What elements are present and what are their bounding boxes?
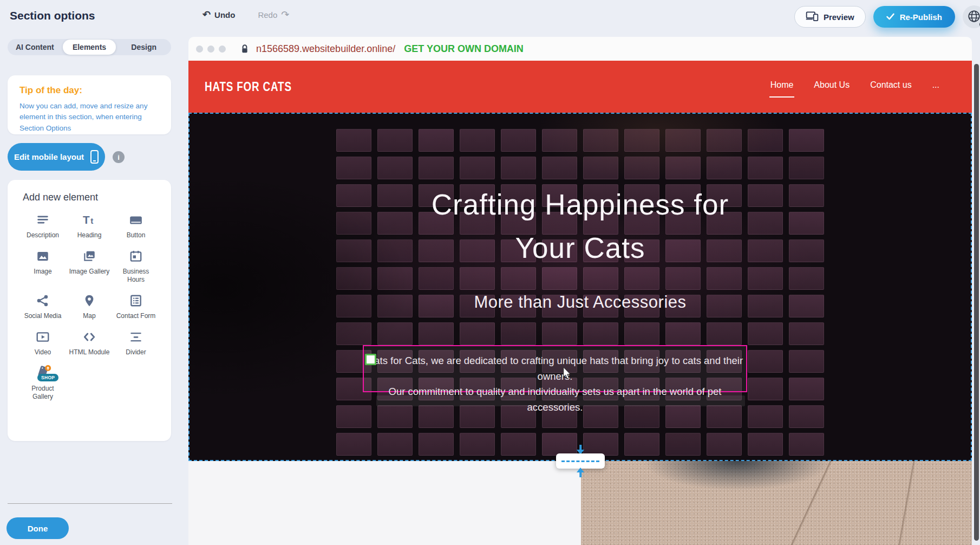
hero-tile	[707, 322, 742, 345]
hero-tile	[789, 267, 824, 290]
element-contact-form[interactable]: Contact Form	[113, 293, 159, 320]
globe-icon	[967, 9, 980, 25]
nav-item-[interactable]: ...	[931, 79, 940, 94]
hero-tile	[624, 267, 659, 290]
add-new-element-title: Add new element	[23, 192, 159, 203]
hero-tile	[419, 433, 454, 456]
social-media-icon	[36, 293, 50, 309]
element-image[interactable]: Image	[19, 248, 66, 284]
element-heading[interactable]: TtHeading	[66, 212, 113, 239]
element-product-gallery[interactable]: SHOPProduct Gallery	[19, 365, 66, 401]
hero-tile	[501, 433, 536, 456]
svg-text:t: t	[90, 216, 93, 225]
business-hours-icon	[129, 248, 143, 264]
element-map[interactable]: Map	[66, 293, 113, 320]
element-button[interactable]: Button	[113, 212, 159, 239]
next-section-blank	[188, 461, 581, 545]
hero-tile	[460, 129, 495, 152]
hero-tile	[707, 157, 742, 179]
hero-tile	[377, 267, 413, 290]
button-icon	[129, 212, 143, 228]
hero-tile	[460, 433, 495, 456]
hero-tile	[789, 350, 824, 373]
sidebar-divider	[8, 503, 172, 504]
element-label: Description	[27, 231, 59, 239]
hero-tile	[336, 157, 371, 179]
hero-tile	[336, 267, 371, 290]
shop-badge: SHOP	[37, 374, 58, 381]
site-canvas: n1566589.websitebuilder.online/ GET YOUR…	[188, 37, 972, 545]
redo-icon: ↷	[281, 10, 289, 20]
element-label: HTML Module	[69, 348, 110, 356]
hero-tile	[789, 433, 824, 456]
element-video[interactable]: Video	[19, 329, 66, 356]
redo-button[interactable]: Redo ↷	[256, 8, 291, 22]
hero-tile	[377, 322, 413, 345]
hero-tile	[789, 322, 824, 345]
element-drag-handle[interactable]	[365, 354, 376, 365]
tip-title: Tip of the day:	[19, 85, 159, 96]
hero-tile	[501, 322, 536, 345]
element-label: Product Gallery	[22, 385, 64, 401]
devices-icon	[806, 11, 819, 23]
section-options-sidebar: AI ContentElementsDesign Tip of the day:…	[0, 33, 177, 545]
language-globe-button[interactable]	[963, 5, 980, 28]
hero-heading[interactable]: Crafting Happiness for Your Cats	[190, 183, 971, 270]
browser-dots	[196, 46, 226, 53]
tab-elements[interactable]: Elements	[63, 40, 116, 55]
element-label: Image Gallery	[69, 268, 110, 276]
element-label: Heading	[77, 231, 102, 239]
done-button[interactable]: Done	[6, 517, 69, 539]
section-resize-handle[interactable]	[556, 445, 605, 477]
hero-tile	[789, 157, 824, 179]
description-icon	[36, 212, 50, 228]
element-label: Map	[83, 312, 95, 320]
hero-subheading[interactable]: More than Just Accessories	[190, 293, 971, 312]
nav-item-home[interactable]: Home	[769, 79, 795, 94]
hero-tile	[419, 129, 454, 152]
nav-item-contact-us[interactable]: Contact us	[869, 79, 912, 94]
sidebar-tabs: AI ContentElementsDesign	[8, 39, 171, 55]
image-icon	[36, 248, 50, 264]
mobile-phone-icon	[90, 150, 99, 164]
hero-tile	[336, 433, 371, 456]
hero-description: Hats for Cats, we are dedicated to craft…	[364, 346, 746, 416]
hero-tile	[460, 267, 495, 290]
add-new-element-card: Add new element DescriptionTtHeadingButt…	[8, 180, 171, 441]
element-image-gallery[interactable]: Image Gallery	[66, 248, 113, 284]
hero-tile	[542, 267, 577, 290]
preview-button[interactable]: Preview	[794, 6, 866, 28]
hero-tile	[501, 267, 536, 290]
element-divider[interactable]: Divider	[113, 329, 159, 356]
element-social-media[interactable]: Social Media	[19, 293, 66, 320]
tab-ai-content[interactable]: AI Content	[8, 40, 62, 55]
info-icon[interactable]: i	[113, 151, 125, 163]
hero-tile	[624, 322, 659, 345]
panel-title: Section options	[10, 9, 95, 22]
get-your-own-domain-link[interactable]: GET YOUR OWN DOMAIN	[404, 43, 524, 55]
nav-item-about-us[interactable]: About Us	[813, 79, 851, 94]
hero-tile	[583, 129, 618, 152]
hero-tile	[707, 267, 742, 290]
hero-tile	[665, 267, 701, 290]
hero-tile	[665, 129, 701, 152]
edit-mobile-layout-button[interactable]: Edit mobile layout	[8, 143, 105, 171]
html-module-icon	[82, 329, 96, 345]
site-url[interactable]: n1566589.websitebuilder.online/	[256, 43, 395, 55]
hero-tile	[501, 129, 536, 152]
next-section-image	[581, 461, 972, 545]
republish-button[interactable]: Re-Publish	[873, 6, 955, 28]
element-business-hours[interactable]: Business Hours	[113, 248, 159, 284]
hero-section-selected[interactable]: Crafting Happiness for Your Cats More th…	[188, 113, 972, 461]
tab-design[interactable]: Design	[117, 40, 171, 55]
tip-body: Now you can add, move and resize any ele…	[19, 101, 159, 134]
page-scrollbar[interactable]	[974, 64, 979, 541]
hero-tile	[707, 433, 742, 456]
element-html-module[interactable]: HTML Module	[66, 329, 113, 356]
hero-tile	[748, 129, 783, 152]
undo-button[interactable]: ↶ Undo	[200, 8, 237, 22]
hero-tile	[419, 157, 454, 179]
element-description[interactable]: Description	[19, 212, 66, 239]
browser-address-bar: n1566589.websitebuilder.online/ GET YOUR…	[188, 37, 972, 61]
selected-text-element[interactable]: Hats for Cats, we are dedicated to craft…	[363, 345, 747, 392]
